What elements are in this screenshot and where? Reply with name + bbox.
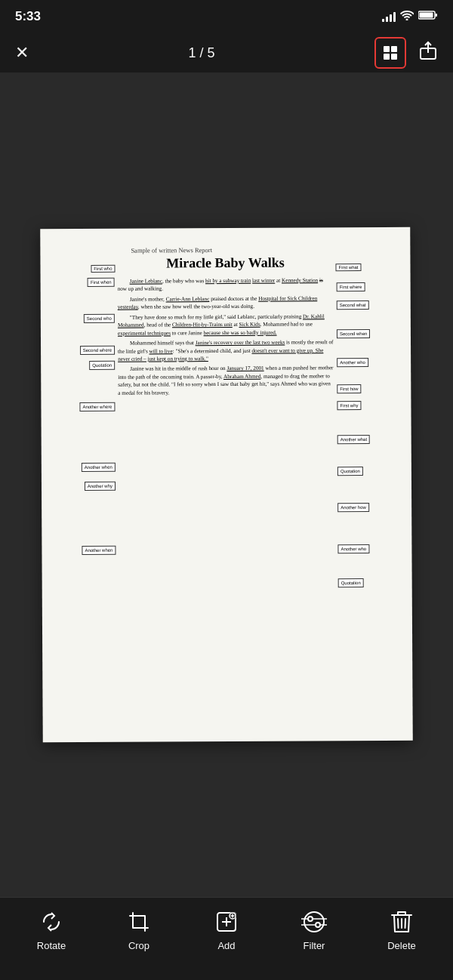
filter-icon xyxy=(300,908,328,935)
grid-view-button[interactable] xyxy=(374,37,406,69)
add-tool[interactable]: Add xyxy=(196,908,257,951)
label-first-where: First where xyxy=(337,282,365,292)
svg-line-24 xyxy=(398,919,399,928)
svg-line-25 xyxy=(405,919,406,928)
svg-rect-5 xyxy=(384,54,390,60)
svg-point-17 xyxy=(308,917,313,921)
label-second-who: Second who xyxy=(84,314,115,324)
doc-title: Miracle Baby Walks xyxy=(134,254,316,271)
wifi-icon xyxy=(400,10,414,23)
add-icon xyxy=(213,908,240,935)
label-second-when: Second when xyxy=(337,329,370,339)
label-another-how: Another how xyxy=(337,503,369,513)
rotate-icon xyxy=(38,908,65,935)
battery-icon xyxy=(418,10,438,23)
label-first-how: First how xyxy=(337,384,361,394)
label-quotation-2: Quotation xyxy=(337,467,363,476)
label-another-who: Another who xyxy=(337,358,368,368)
label-quotation-3: Quotation xyxy=(338,578,364,588)
label-first-what: First what xyxy=(335,263,361,271)
rotate-label: Rotate xyxy=(37,940,66,951)
crop-tool[interactable]: Crop xyxy=(109,908,169,951)
filter-tool[interactable]: Filter xyxy=(284,908,344,951)
label-first-who: First who xyxy=(91,265,115,273)
svg-rect-6 xyxy=(391,54,397,60)
document-area: Sample of written News Report First who … xyxy=(0,72,453,897)
delete-icon xyxy=(388,908,415,935)
delete-tool[interactable]: Delete xyxy=(371,908,432,951)
svg-point-18 xyxy=(316,923,320,927)
nav-right-buttons xyxy=(374,37,438,69)
bottom-toolbar: Rotate Crop Add xyxy=(0,897,453,980)
crop-icon xyxy=(125,908,153,935)
rotate-tool[interactable]: Rotate xyxy=(21,908,82,951)
label-another-what: Another what xyxy=(337,435,370,445)
label-another-where: Another where xyxy=(79,402,115,412)
document-page: Sample of written News Report First who … xyxy=(40,227,413,743)
status-icons xyxy=(382,10,438,23)
label-quotation-1: Quotation xyxy=(89,361,115,371)
status-bar: 5:33 xyxy=(0,0,453,33)
label-first-when: First when xyxy=(88,278,115,288)
svg-point-16 xyxy=(304,912,324,932)
svg-rect-3 xyxy=(384,46,390,52)
nav-bar: ✕ 1 / 5 xyxy=(0,33,453,72)
share-button[interactable] xyxy=(418,41,438,65)
filter-label: Filter xyxy=(304,940,325,951)
svg-rect-4 xyxy=(391,46,397,52)
label-another-who-2: Another who xyxy=(337,544,369,554)
svg-rect-1 xyxy=(420,13,433,18)
status-time: 5:33 xyxy=(15,9,41,24)
svg-rect-2 xyxy=(436,14,438,17)
label-second-what: Second what xyxy=(337,300,369,310)
label-another-why: Another why xyxy=(85,482,116,492)
signal-icon xyxy=(382,11,396,22)
crop-label: Crop xyxy=(128,940,149,951)
delete-label: Delete xyxy=(387,940,416,951)
close-button[interactable]: ✕ xyxy=(15,43,29,63)
page-count: 1 / 5 xyxy=(188,45,214,61)
label-first-why: First why xyxy=(337,401,361,411)
doc-subtitle: Sample of written News Report xyxy=(131,245,395,254)
doc-body-text: Janine Leblanc, the baby who was hit by … xyxy=(118,276,334,399)
label-another-when: Another when xyxy=(82,463,116,473)
label-another-when-2: Another when xyxy=(82,546,116,556)
label-second-where: Second where xyxy=(80,346,115,356)
add-label: Add xyxy=(217,940,235,951)
